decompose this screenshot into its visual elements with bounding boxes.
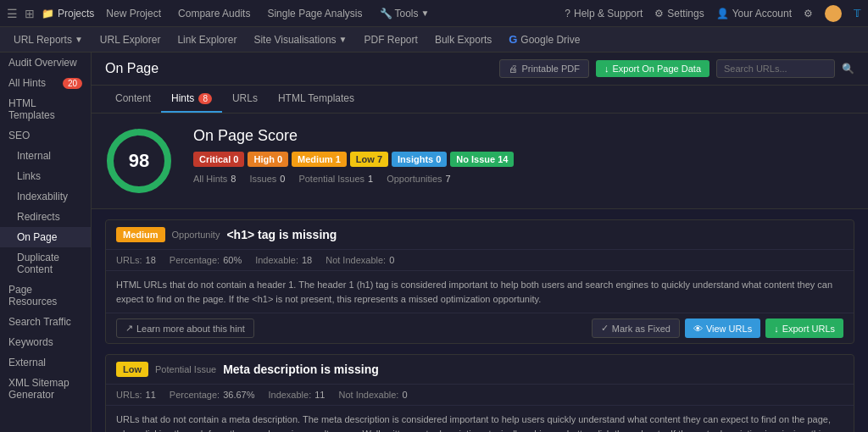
hints-container: MediumOpportunity<h1> tag is missingURLs…	[92, 209, 868, 432]
hint-description: URLs that do not contain a meta descript…	[106, 406, 854, 432]
tab-urls[interactable]: URLs	[222, 86, 268, 113]
hint-type: Opportunity	[172, 230, 220, 240]
hints-tab-badge: 8	[198, 93, 212, 104]
sidebar-item-xml-sitemap[interactable]: XML Sitemap Generator	[0, 373, 91, 405]
hint-header: LowPotential IssueMeta description is mi…	[106, 355, 854, 385]
export-urls-button[interactable]: ↓ Export URLs	[765, 318, 843, 338]
score-badge-insights[interactable]: Insights 0	[392, 152, 447, 167]
user-icon: 👤	[716, 8, 729, 19]
hint-header: MediumOpportunity<h1> tag is missing	[106, 220, 854, 250]
hint-stat: Indexable: 11	[268, 390, 325, 400]
google-icon: G	[509, 33, 517, 46]
help-button[interactable]: ? Help & Support	[565, 8, 643, 19]
tab-html-templates[interactable]: HTML Templates	[268, 86, 364, 113]
hint-title: Meta description is missing	[223, 363, 379, 376]
sidebar-item-html-templates[interactable]: HTML Templates	[0, 93, 91, 125]
site-vis-arrow: ▼	[339, 35, 348, 44]
twitter-icon[interactable]: 𝕋	[854, 8, 861, 19]
url-explorer-button[interactable]: URL Explorer	[93, 34, 168, 46]
pdf-report-button[interactable]: PDF Report	[358, 34, 425, 46]
projects-button[interactable]: 📁 Projects	[42, 8, 94, 19]
hint-description: HTML URLs that do not contain a header 1…	[106, 271, 854, 313]
export-on-page-button[interactable]: ↓ Export On Page Data	[596, 60, 709, 77]
main-layout: Audit Overview All Hints 20 HTML Templat…	[0, 53, 868, 432]
grid-icon[interactable]: ⊞	[25, 7, 35, 20]
score-badge-critical[interactable]: Critical 0	[193, 152, 244, 167]
sidebar-item-audit-overview[interactable]: Audit Overview	[0, 53, 91, 73]
bulk-exports-button[interactable]: Bulk Exports	[428, 34, 498, 46]
sidebar: Audit Overview All Hints 20 HTML Templat…	[0, 53, 92, 432]
gear-icon[interactable]: ⚙	[804, 8, 813, 19]
hint-stat: Indexable: 18	[255, 255, 312, 265]
sidebar-item-seo[interactable]: SEO	[0, 125, 91, 146]
sidebar-item-internal[interactable]: Internal	[0, 146, 91, 166]
help-icon: ?	[565, 8, 570, 19]
top-bar-right: ? Help & Support ⚙ Settings 👤 Your Accou…	[565, 5, 861, 22]
sidebar-item-all-hints[interactable]: All Hints 20	[0, 73, 91, 93]
hint-type: Potential Issue	[155, 364, 216, 374]
site-visualisations-button[interactable]: Site Visualisations ▼	[247, 34, 353, 46]
hint-level-badge: Low	[116, 362, 148, 377]
sidebar-item-links[interactable]: Links	[0, 166, 91, 186]
page-title: On Page	[105, 61, 159, 76]
score-badge-low[interactable]: Low 7	[350, 152, 388, 167]
hint-stats: URLs: 18Percentage: 60%Indexable: 18Not …	[106, 250, 854, 271]
url-reports-button[interactable]: URL Reports ▼	[7, 34, 90, 46]
tools-button[interactable]: 🔧 Tools ▼	[375, 8, 435, 19]
settings-icon: ⚙	[654, 8, 664, 19]
hint-stat: Percentage: 60%	[170, 255, 242, 265]
tools-dropdown-arrow: ▼	[421, 8, 430, 18]
sidebar-item-search-traffic[interactable]: Search Traffic	[0, 312, 91, 332]
score-badges: Critical 0High 0Medium 1Low 7Insights 0N…	[193, 152, 854, 167]
url-reports-arrow: ▼	[75, 35, 83, 44]
sidebar-item-external[interactable]: External	[0, 352, 91, 373]
google-drive-button[interactable]: G Google Drive	[502, 33, 587, 46]
score-title: On Page Score	[193, 127, 854, 145]
score-badge-no-issue[interactable]: No Issue 14	[450, 152, 514, 167]
hint-stat: URLs: 18	[116, 255, 156, 265]
score-info: On Page Score Critical 0High 0Medium 1Lo…	[193, 127, 854, 184]
search-urls-input[interactable]	[716, 59, 835, 78]
mark-fixed-button[interactable]: ✓ Mark as Fixed	[592, 318, 680, 338]
score-badge-high[interactable]: High 0	[248, 152, 288, 167]
hint-title: <h1> tag is missing	[226, 228, 337, 241]
sidebar-item-duplicate-content[interactable]: Duplicate Content	[0, 247, 91, 280]
page-header-actions: 🖨 Printable PDF ↓ Export On Page Data 🔍	[499, 59, 854, 78]
download-icon: ↓	[774, 324, 779, 334]
printer-icon: 🖨	[509, 64, 518, 74]
hint-stat: Percentage: 36.67%	[170, 390, 255, 400]
tab-content[interactable]: Content	[105, 86, 161, 113]
score-ring: 98	[105, 127, 173, 195]
tab-hints[interactable]: Hints 8	[161, 86, 222, 113]
sidebar-item-redirects[interactable]: Redirects	[0, 207, 91, 227]
sidebar-item-keywords[interactable]: Keywords	[0, 332, 91, 352]
compare-audits-button[interactable]: Compare Audits	[173, 8, 255, 19]
single-page-button[interactable]: Single Page Analysis	[262, 8, 367, 19]
score-value: 98	[129, 150, 149, 172]
sidebar-item-page-resources[interactable]: Page Resources	[0, 280, 91, 312]
score-badge-medium[interactable]: Medium 1	[292, 152, 347, 167]
settings-button[interactable]: ⚙ Settings	[654, 8, 704, 19]
check-icon: ✓	[601, 323, 609, 334]
new-project-button[interactable]: New Project	[101, 8, 166, 19]
top-nav-bar: ☰ ⊞ 📁 Projects New Project Compare Audit…	[0, 0, 868, 27]
account-button[interactable]: 👤 Your Account	[716, 8, 792, 19]
menu-icon[interactable]: ☰	[7, 7, 18, 20]
search-icon[interactable]: 🔍	[842, 63, 854, 75]
score-stat: Opportunities7	[387, 174, 451, 184]
learn-more-button[interactable]: ↗ Learn more about this hint	[116, 318, 254, 338]
wrench-icon: 🔧	[380, 8, 392, 19]
sidebar-item-indexability[interactable]: Indexability	[0, 186, 91, 207]
sidebar-item-on-page[interactable]: On Page	[0, 227, 91, 247]
link-explorer-button[interactable]: Link Explorer	[170, 34, 243, 46]
page-header: On Page 🖨 Printable PDF ↓ Export On Page…	[92, 53, 868, 86]
eye-icon: 👁	[693, 324, 703, 334]
hint-stat: Not Indexable: 0	[338, 390, 407, 400]
score-stat: Issues0	[249, 174, 285, 184]
hint-level-badge: Medium	[116, 227, 165, 242]
main-content: On Page 🖨 Printable PDF ↓ Export On Page…	[92, 53, 868, 432]
avatar	[825, 5, 842, 22]
printable-pdf-button[interactable]: 🖨 Printable PDF	[499, 59, 588, 78]
hint-card-h1: MediumOpportunity<h1> tag is missingURLs…	[105, 219, 854, 344]
view-urls-button[interactable]: 👁 View URLs	[685, 318, 760, 338]
